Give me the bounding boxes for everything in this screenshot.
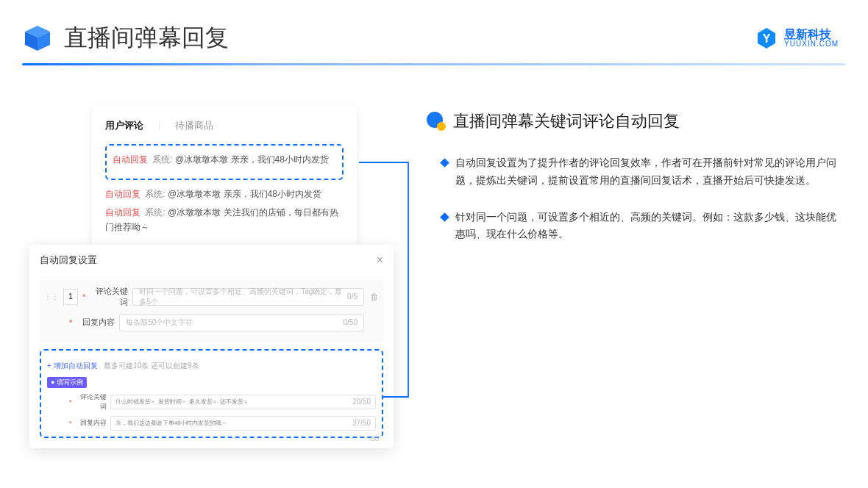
keyword-placeholder: 对同一个问题，可设置多个相近、高频的关键词，Tag确定，最多5个 [139, 287, 347, 307]
comment-row: 自动回复 系统: @冰墩墩本墩 亲亲，我们48小时内发货 [113, 153, 336, 167]
dialog-title: 自动回复设置 [40, 254, 97, 267]
highlighted-comment: 自动回复 系统: @冰墩墩本墩 亲亲，我们48小时内发货 [105, 144, 344, 180]
header-divider [22, 63, 846, 65]
auto-reply-tag: 自动回复 [105, 207, 140, 218]
chip: 还不发货× [220, 398, 248, 405]
chip: 发货时间× [158, 398, 186, 405]
example-content-label: 回复内容 [76, 418, 107, 428]
content-count: 0/50 [344, 318, 357, 326]
keyword-label: 评论关键词 [90, 286, 128, 308]
overflow-count: /50 [369, 435, 379, 442]
bullet-text: 自动回复设置为了提升作者的评论回复效率，作者可在开播前针对常见的评论用户问题，提… [455, 154, 839, 190]
diamond-icon [440, 158, 449, 168]
comments-tabs: 用户评论 | 待播商品 [105, 119, 344, 132]
example-keyword-count: 20/50 [352, 398, 371, 406]
required-mark: * [69, 318, 72, 327]
diamond-icon [440, 212, 449, 222]
section-bullet-icon [427, 112, 446, 131]
brand-text: 昱新科技 YUUXIN.COM [784, 29, 839, 48]
drag-handle-icon[interactable]: ⋮⋮ [44, 293, 59, 301]
example-content-text: 亲，我们这边都是下单48小时内发货的哦～ [115, 419, 228, 427]
comment-row: 自动回复 系统: @冰墩墩本墩 关注我们的店铺，每日都有热门推荐呦～ [105, 206, 344, 234]
example-block: + 增加自动回复 最多可建10条 还可以创建9条 ● 填写示例 * 评论关键词 … [40, 349, 383, 438]
bullet-item: 自动回复设置为了提升作者的评论回复效率，作者可在开播前针对常见的评论用户问题，提… [441, 154, 839, 190]
chip: 多久发货× [189, 398, 217, 405]
header-left: 直播间弹幕回复 [22, 22, 229, 54]
add-hint: 最多可建10条 还可以创建9条 [104, 362, 199, 370]
section-title: 直播间弹幕关键词评论自动回复 [453, 110, 680, 132]
settings-dialog: 自动回复设置 × ⋮⋮ 1 * 评论关键词 对同一个问题，可设置多个相近、高频的… [29, 245, 394, 448]
brand-en: YUUXIN.COM [784, 40, 839, 48]
keyword-row: ⋮⋮ 1 * 评论关键词 对同一个问题，可设置多个相近、高频的关键词，Tag确定… [44, 286, 379, 308]
comment-prefix: 系统: [152, 154, 172, 165]
keyword-count: 0/5 [347, 293, 357, 301]
example-content-count: 37/50 [352, 419, 371, 427]
left-column: 用户评论 | 待播商品 自动回复 系统: @冰墩墩本墩 亲亲，我们48小时内发货… [29, 106, 405, 448]
example-content-row: * 回复内容 亲，我们这边都是下单48小时内发货的哦～ 37/50 [47, 416, 376, 431]
dialog-body: ⋮⋮ 1 * 评论关键词 对同一个问题，可设置多个相近、高频的关键词，Tag确定… [40, 280, 383, 343]
comment-text: @冰墩墩本墩 亲亲，我们48小时内发货 [168, 189, 321, 199]
content-label: 回复内容 [77, 317, 115, 328]
brand-logo-icon: Y [755, 26, 778, 50]
required-mark: * [69, 398, 72, 406]
required-mark: * [82, 293, 85, 301]
trash-icon[interactable]: 🗑 [370, 292, 379, 302]
keyword-input[interactable]: 对同一个问题，可设置多个相近、高频的关键词，Tag确定，最多5个 0/5 [132, 288, 364, 306]
close-icon[interactable]: × [377, 254, 383, 267]
dialog-header: 自动回复设置 × [40, 254, 383, 267]
content-row: * 回复内容 每条限50个中文字符 0/50 [44, 314, 379, 331]
chip: 什么时候发货× [115, 398, 155, 405]
content-placeholder: 每条限50个中文字符 [126, 317, 193, 328]
bullet-item: 针对同一个问题，可设置多个相近的、高频的关键词。例如：这款多少钱、这块能优惠吗、… [441, 209, 839, 244]
example-chips: 什么时候发货× 发货时间× 多久发货× 还不发货× [115, 398, 248, 406]
bullet-text: 针对同一个问题，可设置多个相近的、高频的关键词。例如：这款多少钱、这块能优惠吗、… [455, 209, 839, 244]
tab-divider: | [158, 119, 160, 132]
content-input[interactable]: 每条限50个中文字符 0/50 [119, 314, 364, 331]
index-box: 1 [63, 289, 78, 305]
brand: Y 昱新科技 YUUXIN.COM [755, 26, 839, 50]
example-badge: ● 填写示例 [47, 377, 87, 388]
comment-text: @冰墩墩本墩 亲亲，我们48小时内发货 [175, 154, 329, 165]
tab-user-comments[interactable]: 用户评论 [105, 119, 143, 132]
svg-text:Y: Y [763, 32, 771, 45]
slide-header: 直播间弹幕回复 Y 昱新科技 YUUXIN.COM [0, 0, 868, 54]
example-keyword-row: * 评论关键词 什么时候发货× 发货时间× 多久发货× 还不发货× 20/50 [47, 392, 376, 412]
required-mark: * [69, 420, 72, 427]
example-content-input[interactable]: 亲，我们这边都是下单48小时内发货的哦～ 37/50 [110, 416, 376, 431]
page-title: 直播间弹幕回复 [64, 22, 229, 54]
tab-pending-goods[interactable]: 待播商品 [175, 119, 213, 132]
comments-card: 用户评论 | 待播商品 自动回复 系统: @冰墩墩本墩 亲亲，我们48小时内发货… [92, 106, 357, 249]
main: 用户评论 | 待播商品 自动回复 系统: @冰墩墩本墩 亲亲，我们48小时内发货… [0, 54, 868, 448]
auto-reply-tag: 自动回复 [105, 189, 140, 199]
comment-row: 自动回复 系统: @冰墩墩本墩 亲亲，我们48小时内发货 [105, 187, 344, 201]
section-header: 直播间弹幕关键词评论自动回复 [427, 110, 839, 132]
comment-prefix: 系统: [145, 207, 165, 218]
example-keyword-input[interactable]: 什么时候发货× 发货时间× 多久发货× 还不发货× 20/50 [110, 395, 376, 409]
auto-reply-tag: 自动回复 [113, 154, 148, 165]
bullet-list: 自动回复设置为了提升作者的评论回复效率，作者可在开播前针对常见的评论用户问题，提… [427, 154, 839, 243]
cube-icon [22, 23, 53, 54]
brand-cn: 昱新科技 [784, 29, 839, 40]
comment-prefix: 系统: [145, 189, 165, 199]
example-keyword-label: 评论关键词 [76, 392, 107, 412]
right-column: 直播间弹幕关键词评论自动回复 自动回复设置为了提升作者的评论回复效率，作者可在开… [427, 106, 839, 448]
add-auto-reply-link[interactable]: + 增加自动回复 [47, 362, 98, 370]
